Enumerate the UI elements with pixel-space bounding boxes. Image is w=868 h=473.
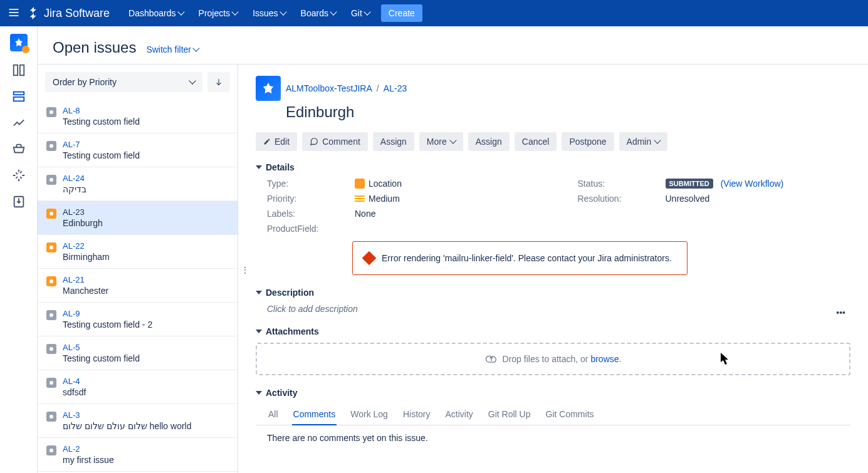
issue-type-icon xyxy=(46,310,56,320)
chevron-down-icon xyxy=(231,8,238,15)
priority-value: Medium xyxy=(355,194,400,204)
attachments-more-icon[interactable]: ••• xyxy=(836,308,845,318)
nav-item-boards[interactable]: Boards xyxy=(295,4,342,22)
nav-item-git[interactable]: Git xyxy=(345,4,376,22)
collapse-icon xyxy=(256,330,262,333)
svg-rect-4 xyxy=(19,65,23,76)
attachment-drop-zone[interactable]: Drop files to attach, or browse. xyxy=(256,343,850,375)
order-by-select[interactable]: Order by Priority xyxy=(45,72,202,92)
chevron-down-icon xyxy=(280,8,286,15)
rail-releases-icon[interactable] xyxy=(11,142,26,157)
issue-list-item[interactable]: AL-3שלום עולם שלום שלום hello world xyxy=(38,404,238,438)
status-label: Status: xyxy=(578,179,666,189)
resolution-value: Unresolved xyxy=(666,194,710,204)
rail-addons-icon[interactable] xyxy=(11,168,26,183)
issue-list-item[interactable]: AL-23Edinburgh xyxy=(38,201,238,235)
assign-button[interactable]: Assign xyxy=(373,132,414,151)
svg-point-10 xyxy=(50,110,53,114)
postpone-button[interactable]: Postpone xyxy=(562,132,614,151)
priority-label: Priority: xyxy=(267,194,355,204)
issue-key: AL-7 xyxy=(63,140,140,149)
tab-git-roll-up[interactable]: Git Roll Up xyxy=(487,404,532,425)
description-section-header[interactable]: Description xyxy=(256,288,850,298)
switch-filter-link[interactable]: Switch filter xyxy=(146,44,199,55)
labels-value: None xyxy=(355,209,375,219)
tab-all[interactable]: All xyxy=(267,404,280,425)
nav-item-issues[interactable]: Issues xyxy=(246,4,291,22)
issue-list-item[interactable]: AL-9Testing custom field - 2 xyxy=(38,303,238,336)
tab-git-commits[interactable]: Git Commits xyxy=(545,404,595,425)
issue-key: AL-21 xyxy=(63,275,108,284)
view-workflow-link[interactable]: (View Workflow) xyxy=(721,179,784,189)
rail-import-icon[interactable] xyxy=(11,194,26,209)
issue-list-item[interactable]: AL-8Testing custom field xyxy=(38,100,238,133)
chevron-down-icon xyxy=(363,8,370,15)
tab-activity[interactable]: Activity xyxy=(444,404,474,425)
issue-summary: sdfsdf xyxy=(63,387,86,397)
admin-button[interactable]: Admin xyxy=(619,132,668,151)
rail-reports-icon[interactable] xyxy=(11,115,26,130)
action-bar: Edit Comment Assign More Assign Cancel P… xyxy=(256,132,850,151)
tab-comments[interactable]: Comments xyxy=(292,404,337,425)
issue-list-item[interactable]: AL-21Manchester xyxy=(38,269,238,303)
svg-point-20 xyxy=(50,449,53,452)
chevron-down-icon xyxy=(654,137,661,143)
project-avatar-icon[interactable] xyxy=(10,34,28,51)
collapse-icon xyxy=(256,291,262,294)
nav-item-projects[interactable]: Projects xyxy=(192,4,244,22)
issue-summary: שלום עולם שלום שלום hello world xyxy=(63,421,192,431)
menu-toggle-icon[interactable] xyxy=(8,6,20,21)
issue-summary: Testing custom field xyxy=(63,150,140,160)
issue-summary: Testing custom field - 2 xyxy=(63,320,152,330)
issue-key: AL-5 xyxy=(63,343,140,352)
breadcrumb-project-link[interactable]: ALMToolbox-TestJIRA xyxy=(286,83,372,93)
chevron-down-icon xyxy=(177,8,184,15)
svg-point-18 xyxy=(50,381,53,385)
attachments-section-header[interactable]: Attachments xyxy=(256,326,850,336)
issue-summary: בדיקה xyxy=(63,184,86,194)
page-header: Open issues Switch filter xyxy=(38,26,868,64)
cancel-button[interactable]: Cancel xyxy=(515,132,557,151)
svg-rect-3 xyxy=(13,65,17,76)
svg-point-13 xyxy=(50,212,53,216)
edit-button[interactable]: Edit xyxy=(256,132,297,151)
comment-button[interactable]: Comment xyxy=(302,132,368,151)
rail-board-icon[interactable] xyxy=(11,63,26,78)
browse-link[interactable]: browse xyxy=(590,354,619,364)
sort-direction-button[interactable] xyxy=(207,72,230,92)
more-button[interactable]: More xyxy=(419,132,463,151)
issue-list-item[interactable]: AL-4sdfsdf xyxy=(38,370,238,404)
project-avatar-icon xyxy=(256,76,281,101)
issue-list-item[interactable]: AL-22Birmingham xyxy=(38,235,238,269)
issue-type-icon xyxy=(46,242,56,252)
details-section-header[interactable]: Details xyxy=(256,162,850,172)
product-name: Jira Software xyxy=(44,7,110,20)
issue-list-item[interactable]: AL-7Testing custom field xyxy=(38,133,238,167)
tab-work-log[interactable]: Work Log xyxy=(349,404,389,425)
assign-transition-button[interactable]: Assign xyxy=(468,132,510,151)
issue-type-icon xyxy=(46,445,56,455)
create-button[interactable]: Create xyxy=(381,4,422,22)
jira-logo[interactable]: Jira Software xyxy=(28,7,110,20)
issue-list-item[interactable]: AL-2my first issue xyxy=(38,438,238,472)
issue-key: AL-22 xyxy=(63,241,110,251)
svg-point-12 xyxy=(50,178,53,182)
tab-history[interactable]: History xyxy=(402,404,432,425)
nav-item-dashboards[interactable]: Dashboards xyxy=(122,4,190,22)
chevron-down-icon xyxy=(449,137,456,143)
issue-list-item[interactable]: AL-5Testing custom field xyxy=(38,336,238,370)
issue-type-icon xyxy=(46,107,56,117)
svg-point-16 xyxy=(50,313,53,317)
issue-type-icon xyxy=(46,378,56,388)
panel-resize-icon[interactable]: ⋮ xyxy=(241,265,249,275)
issue-list-item[interactable]: AL-24בדיקה xyxy=(38,167,238,201)
svg-point-11 xyxy=(50,144,53,148)
issue-key: AL-3 xyxy=(63,410,192,420)
activity-section-header[interactable]: Activity xyxy=(256,388,850,398)
breadcrumb-issue-link[interactable]: AL-23 xyxy=(384,83,407,93)
issue-key: AL-8 xyxy=(63,106,140,115)
error-icon xyxy=(362,251,377,266)
description-placeholder[interactable]: Click to add description xyxy=(256,304,850,314)
chevron-down-icon xyxy=(189,77,196,84)
rail-backlog-icon[interactable] xyxy=(11,89,26,104)
